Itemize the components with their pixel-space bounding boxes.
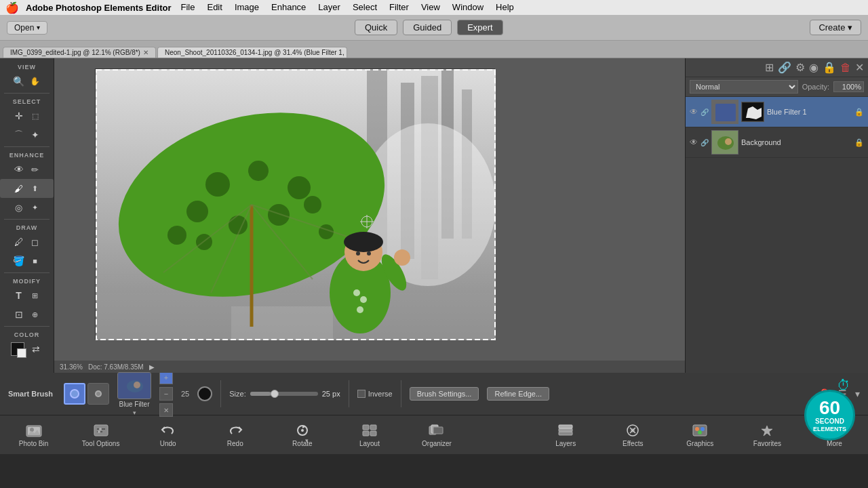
type-tool[interactable]: T ⊞	[0, 286, 54, 305]
size-slider[interactable]	[250, 392, 318, 396]
paint-bucket-tool[interactable]: 🪣 ■	[0, 251, 54, 270]
brush-mode-cross[interactable]: ✕	[159, 403, 173, 417]
nav-redo-label: Redo	[227, 440, 243, 447]
inverse-checkbox[interactable]	[357, 390, 366, 398]
smart-brush-tool[interactable]: 🖌 ⬆	[0, 179, 54, 198]
rotate-dropdown-icon[interactable]: ▾	[305, 437, 309, 444]
brush-detail-btn[interactable]	[87, 383, 109, 405]
blend-mode-select[interactable]: Normal Multiply Screen	[690, 80, 798, 94]
zoom-tool[interactable]: 🔍 ✋	[0, 72, 54, 91]
apple-menu[interactable]: 🍎	[5, 1, 19, 14]
nav-effects[interactable]: Effects	[599, 415, 667, 454]
nav-undo[interactable]: Undo	[134, 415, 201, 454]
color-tool[interactable]: ⇄	[0, 340, 54, 359]
open-dropdown-icon[interactable]: ▾	[37, 24, 40, 31]
lasso-icon: ⌒	[12, 127, 26, 142]
size-slider-fill	[250, 392, 271, 396]
svg-point-45	[725, 138, 732, 145]
crop-tool[interactable]: ⊡ ⊕	[0, 305, 54, 324]
brush-mode-sub[interactable]: −	[159, 387, 173, 401]
menu-help[interactable]: Help	[490, 0, 519, 15]
menu-enhance[interactable]: Enhance	[266, 0, 311, 15]
menu-window[interactable]: Window	[447, 0, 489, 15]
lasso-tool[interactable]: ⌒ ✦	[0, 125, 54, 144]
nav-layers[interactable]: Layers	[532, 415, 599, 454]
nav-favorites[interactable]: Favorites	[734, 415, 801, 454]
brush-regular-btn[interactable]	[64, 383, 85, 405]
layer-icon-5[interactable]: 🔒	[823, 61, 836, 74]
shape-icon: ■	[28, 253, 43, 268]
layer-icon-2[interactable]: 🔗	[778, 61, 791, 74]
stopwatch-icon: ⏱	[837, 378, 850, 393]
badge-60: 60	[819, 399, 840, 418]
type-mask-icon: ⊞	[28, 288, 43, 303]
tab-0-close[interactable]: ✕	[143, 49, 149, 56]
options-divider3	[401, 380, 401, 407]
color-swap-icon[interactable]: ⇄	[28, 342, 43, 357]
layer-icon-4[interactable]: ◉	[809, 61, 818, 74]
fg-color-swatch[interactable]	[11, 342, 24, 356]
tab-1[interactable]: Neon_Shoot_20110326_0134-1.jpg @ 31.4% (…	[157, 47, 347, 58]
canvas-wrapper[interactable]	[95, 68, 495, 340]
layer-item-0[interactable]: 👁 🔗 Blue Filter 1	[686, 97, 868, 127]
opacity-input[interactable]	[833, 81, 864, 92]
move-tool[interactable]: ✛ ⬚	[0, 106, 54, 125]
nav-organizer[interactable]: Organizer	[403, 415, 470, 454]
brush-preset-area[interactable]: Blue Filter ▾	[117, 372, 151, 416]
layer-1-link[interactable]: 🔗	[701, 139, 709, 146]
layer-0-icon[interactable]: 🔒	[854, 108, 864, 117]
select-section-label: SELECT	[0, 96, 54, 106]
svg-point-56	[30, 428, 34, 432]
bg-color-swatch[interactable]	[17, 348, 26, 358]
nav-redo[interactable]: Redo	[201, 415, 269, 454]
brush-preset-dropdown[interactable]: ▾	[133, 409, 136, 416]
layer-0-thumb	[711, 100, 738, 124]
svg-point-61	[98, 430, 100, 433]
expand-icon[interactable]: ▶	[149, 363, 155, 371]
size-slider-thumb[interactable]	[271, 390, 279, 398]
layer-icon-3[interactable]: ⚙	[795, 61, 805, 74]
layer-0-eye[interactable]: 👁	[690, 107, 698, 117]
layer-1-lock[interactable]: 🔒	[854, 138, 864, 147]
svg-rect-72	[559, 428, 572, 432]
menu-file[interactable]: File	[176, 0, 201, 15]
canvas-area[interactable]: 31.36% Doc: 7.63M/8.35M ▶	[54, 58, 685, 373]
layer-icon-1[interactable]: ⊞	[765, 61, 774, 74]
menu-image[interactable]: Image	[229, 0, 264, 15]
create-button[interactable]: Create ▾	[810, 20, 861, 35]
nav-tool-options[interactable]: Tool Options	[67, 415, 134, 454]
brush-color[interactable]	[197, 386, 212, 401]
nav-photo-bin[interactable]: Photo Bin	[0, 415, 67, 454]
size-control: Size: 25 px	[229, 390, 340, 398]
inverse-checkbox-label[interactable]: Inverse	[357, 390, 393, 398]
layer-icon-7[interactable]: ✕	[855, 61, 864, 74]
draw-section-label: DRAW	[0, 222, 54, 232]
open-button[interactable]: Open ▾	[7, 21, 47, 35]
mode-guided-button[interactable]: Guided	[403, 20, 452, 35]
layer-0-link[interactable]: 🔗	[701, 108, 709, 116]
mode-expert-button[interactable]: Expert	[457, 20, 503, 35]
brush-tool[interactable]: 🖊 ◻	[0, 232, 54, 251]
nav-graphics[interactable]: Graphics	[667, 415, 734, 454]
layer-item-1[interactable]: 👁 🔗 Background 🔒	[686, 127, 868, 158]
layer-1-eye[interactable]: 👁	[690, 138, 698, 147]
menu-view[interactable]: View	[416, 0, 446, 15]
nav-layout[interactable]: Layout	[336, 415, 403, 454]
menu-filter[interactable]: Filter	[384, 0, 414, 15]
nav-effects-label: Effects	[623, 440, 643, 447]
menu-layer[interactable]: Layer	[313, 0, 346, 15]
menu-select[interactable]: Select	[347, 0, 382, 15]
brush-settings-button[interactable]: Brush Settings...	[410, 387, 479, 401]
enhance-tool[interactable]: 👁 ✏	[0, 160, 54, 179]
tab-0[interactable]: IMG_0399_edited-1.jpg @ 12.1% (RGB/8*) ✕	[3, 47, 156, 58]
svg-point-79	[695, 427, 699, 431]
badge-circle[interactable]: 60 SECOND ELEMENTS	[804, 390, 855, 441]
mode-quick-button[interactable]: Quick	[355, 20, 397, 35]
brush-mode-add[interactable]: +	[159, 371, 173, 384]
refine-edge-button[interactable]: Refine Edge...	[487, 387, 549, 401]
nav-rotate[interactable]: Rotate ▾	[269, 415, 336, 454]
magic-wand-icon: ✦	[28, 127, 43, 142]
menu-edit[interactable]: Edit	[201, 0, 227, 15]
blur-tool[interactable]: ◎ ✦	[0, 198, 54, 217]
layer-icon-6[interactable]: 🗑	[840, 62, 851, 74]
